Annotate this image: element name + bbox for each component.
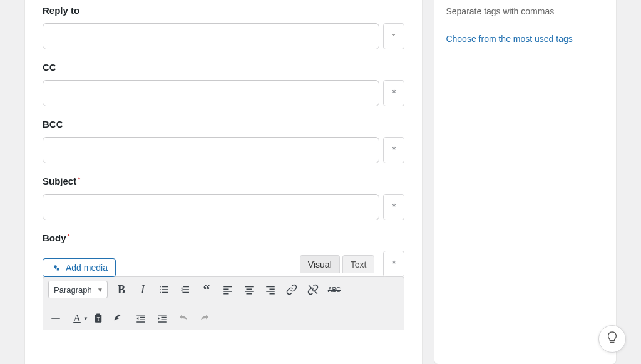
svg-rect-15 <box>223 289 228 290</box>
unlink-button[interactable] <box>305 282 320 297</box>
ordered-list-button[interactable]: 123 <box>178 282 193 297</box>
add-media-icon <box>51 262 62 273</box>
svg-rect-19 <box>247 289 252 290</box>
svg-rect-6 <box>162 289 168 290</box>
svg-rect-25 <box>270 293 275 295</box>
tags-panel: Separate tags with commas Choose from th… <box>434 0 616 364</box>
svg-rect-35 <box>158 315 167 316</box>
svg-rect-16 <box>223 291 232 292</box>
svg-rect-31 <box>136 315 145 316</box>
body-tag-button[interactable]: * <box>383 251 404 277</box>
unordered-list-button[interactable] <box>156 282 172 297</box>
svg-rect-7 <box>162 292 168 293</box>
svg-rect-36 <box>162 317 167 318</box>
bcc-label: BCC <box>43 119 404 129</box>
cc-input[interactable] <box>43 80 379 106</box>
svg-rect-23 <box>270 289 275 290</box>
svg-rect-13 <box>183 292 189 293</box>
svg-rect-22 <box>266 286 275 288</box>
subject-required-mark: * <box>78 176 80 183</box>
paste-text-button[interactable]: T <box>91 311 106 326</box>
strikethrough-button[interactable]: ABC <box>327 282 342 297</box>
svg-rect-5 <box>162 286 168 288</box>
svg-text:T: T <box>97 316 100 322</box>
field-cc: CC * <box>43 62 404 106</box>
svg-rect-37 <box>162 320 167 321</box>
align-right-button[interactable] <box>263 282 278 297</box>
svg-text:*: * <box>392 32 396 40</box>
svg-rect-33 <box>140 320 145 321</box>
svg-text:3: 3 <box>181 290 183 294</box>
main-form-panel: Reply to * CC * BCC * Subje <box>25 0 422 364</box>
svg-rect-34 <box>136 321 145 323</box>
help-fab[interactable] <box>598 325 626 353</box>
tab-visual[interactable]: Visual <box>300 255 340 273</box>
add-media-label: Add media <box>66 263 108 273</box>
indent-button[interactable] <box>155 311 170 326</box>
blockquote-button[interactable]: “ <box>199 282 214 297</box>
text-color-button[interactable]: A ▼ <box>69 311 85 326</box>
svg-rect-38 <box>158 321 167 323</box>
svg-rect-24 <box>266 291 275 292</box>
used-tags-link[interactable]: Choose from the most used tags <box>446 34 572 44</box>
svg-rect-2 <box>160 286 161 288</box>
bcc-input[interactable] <box>43 137 379 163</box>
field-bcc: BCC * <box>43 119 404 163</box>
subject-label-text: Subject <box>43 176 76 186</box>
svg-rect-29 <box>96 314 100 316</box>
bcc-tag-button[interactable]: * <box>383 137 404 163</box>
lightbulb-icon <box>605 331 619 347</box>
subject-input[interactable] <box>43 194 379 220</box>
format-select-wrap: Paragraph ▼ <box>48 281 108 298</box>
clear-formatting-button[interactable] <box>112 311 127 326</box>
svg-rect-18 <box>245 286 254 288</box>
cc-label: CC <box>43 62 404 73</box>
italic-button[interactable]: I <box>135 282 150 297</box>
editor-toolbar: Paragraph ▼ B I 123 “ <box>43 276 404 330</box>
svg-rect-14 <box>223 286 232 288</box>
tab-text[interactable]: Text <box>342 255 375 273</box>
field-subject: Subject* * <box>43 176 404 220</box>
format-select[interactable]: Paragraph <box>48 281 108 298</box>
svg-rect-12 <box>183 289 189 290</box>
svg-rect-3 <box>160 289 161 290</box>
subject-tag-button[interactable]: * <box>383 194 404 220</box>
svg-rect-4 <box>160 292 161 293</box>
svg-rect-11 <box>183 286 189 288</box>
body-editor[interactable] <box>43 330 404 364</box>
tags-hint: Separate tags with commas <box>446 6 605 16</box>
align-center-button[interactable] <box>242 282 257 297</box>
field-body: Body* Add media Visual Text <box>43 233 404 364</box>
svg-rect-21 <box>247 293 252 295</box>
body-required-mark: * <box>68 233 70 240</box>
reply-to-input[interactable] <box>43 23 379 49</box>
outdent-button[interactable] <box>133 311 148 326</box>
body-label-text: Body <box>43 233 66 243</box>
horizontal-rule-button[interactable] <box>48 311 63 326</box>
cc-tag-button[interactable]: * <box>383 80 404 106</box>
svg-rect-17 <box>223 293 228 295</box>
svg-rect-20 <box>245 291 254 292</box>
link-button[interactable] <box>284 282 299 297</box>
svg-rect-27 <box>51 318 60 319</box>
body-label: Body* <box>43 233 404 243</box>
add-media-button[interactable]: Add media <box>43 258 116 277</box>
bold-button[interactable]: B <box>114 282 129 297</box>
subject-label: Subject* <box>43 176 404 186</box>
redo-button[interactable] <box>197 311 212 326</box>
reply-to-label: Reply to <box>43 5 404 16</box>
svg-rect-32 <box>140 317 145 318</box>
align-left-button[interactable] <box>220 282 235 297</box>
reply-to-tag-button[interactable]: * <box>383 23 404 49</box>
field-reply-to: Reply to * <box>43 5 404 49</box>
undo-button[interactable] <box>176 311 191 326</box>
